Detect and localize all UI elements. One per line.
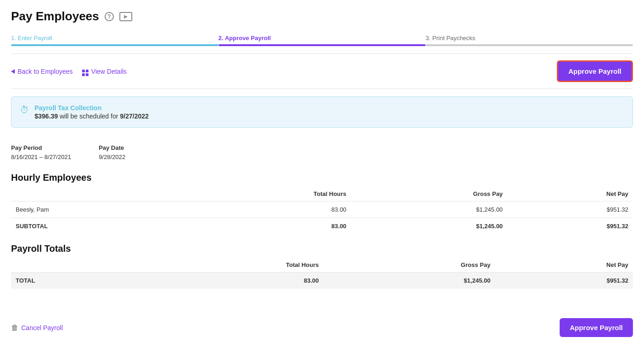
- video-icon[interactable]: ▶: [119, 12, 132, 21]
- totals-col-net: Net Pay: [495, 258, 633, 272]
- step-3-label: 3. Print Paychecks: [425, 35, 633, 41]
- approve-payroll-button-top[interactable]: Approve Payroll: [557, 60, 633, 82]
- pay-info: Pay Period 8/16/2021 – 8/27/2021 Pay Dat…: [11, 135, 633, 165]
- step-3: 3. Print Paychecks: [425, 35, 633, 46]
- page-title: Pay Employees: [11, 9, 99, 24]
- toolbar-left: Back to Employees View Details: [11, 66, 127, 76]
- tax-notice-banner: ⏱ Payroll Tax Collection $396.39 will be…: [11, 96, 633, 128]
- totals-section-title: Payroll Totals: [11, 243, 633, 254]
- cancel-payroll-link[interactable]: 🗑 Cancel Payroll: [11, 324, 63, 332]
- step-3-bar: [425, 44, 633, 46]
- payroll-totals-section: Payroll Totals Total Hours Gross Pay Net…: [11, 243, 633, 289]
- step-2-bar: [219, 44, 426, 46]
- payroll-totals-table: Total Hours Gross Pay Net Pay TOTAL 83.0…: [11, 258, 633, 289]
- pay-period-label: Pay Period: [11, 144, 71, 151]
- subtotal-row: SUBTOTAL 83.00 $1,245.00 $951.32: [11, 218, 633, 235]
- employee-name: Beesly, Pam: [11, 201, 182, 218]
- hourly-table-header: Total Hours Gross Pay Net Pay: [11, 187, 633, 201]
- step-1-label: 1. Enter Payroll: [11, 35, 219, 41]
- back-arrow-icon: [11, 69, 15, 74]
- employee-hours: 83.00: [182, 201, 351, 218]
- trash-icon: 🗑: [11, 324, 18, 332]
- totals-col-hours: Total Hours: [137, 258, 323, 272]
- pay-date-value: 9/28/2022: [99, 154, 125, 160]
- help-icon[interactable]: ?: [105, 12, 114, 21]
- totals-col-gross: Gross Pay: [323, 258, 495, 272]
- pay-date-label: Pay Date: [99, 144, 125, 151]
- tax-notice-text: $396.39 will be scheduled for 9/27/2022: [35, 112, 149, 120]
- view-details-link[interactable]: View Details: [82, 66, 127, 76]
- pay-date-group: Pay Date 9/28/2022: [99, 144, 125, 160]
- employee-net: $951.32: [508, 201, 633, 218]
- step-2-label: 2. Approve Payroll: [219, 35, 426, 41]
- col-gross-pay: Gross Pay: [351, 187, 507, 201]
- step-1: 1. Enter Payroll: [11, 35, 219, 46]
- step-1-bar: [11, 44, 219, 46]
- hourly-section-title: Hourly Employees: [11, 172, 633, 183]
- total-row: TOTAL 83.00 $1,245.00 $951.32: [11, 272, 633, 289]
- back-to-employees-link[interactable]: Back to Employees: [11, 68, 73, 75]
- clock-icon: ⏱: [20, 105, 29, 115]
- totals-table-header: Total Hours Gross Pay Net Pay: [11, 258, 633, 272]
- employee-gross: $1,245.00: [351, 201, 507, 218]
- col-total-hours: Total Hours: [182, 187, 351, 201]
- pay-period-group: Pay Period 8/16/2021 – 8/27/2021: [11, 144, 71, 160]
- hourly-employees-section: Hourly Employees Total Hours Gross Pay N…: [11, 172, 633, 234]
- col-net-pay: Net Pay: [508, 187, 633, 201]
- approve-payroll-button-bottom[interactable]: Approve Payroll: [560, 318, 633, 337]
- toolbar: Back to Employees View Details Approve P…: [11, 53, 633, 89]
- table-row: Beesly, Pam 83.00 $1,245.00 $951.32: [11, 201, 633, 218]
- steps-progress: 1. Enter Payroll 2. Approve Payroll 3. P…: [11, 35, 633, 46]
- tax-notice-title: Payroll Tax Collection: [35, 104, 149, 112]
- grid-icon: [82, 66, 89, 76]
- pay-period-value: 8/16/2021 – 8/27/2021: [11, 154, 71, 160]
- bottom-bar: 🗑 Cancel Payroll Approve Payroll: [11, 307, 633, 342]
- hourly-employees-table: Total Hours Gross Pay Net Pay Beesly, Pa…: [11, 187, 633, 234]
- tax-notice-content: Payroll Tax Collection $396.39 will be s…: [35, 104, 149, 120]
- step-2: 2. Approve Payroll: [219, 35, 426, 46]
